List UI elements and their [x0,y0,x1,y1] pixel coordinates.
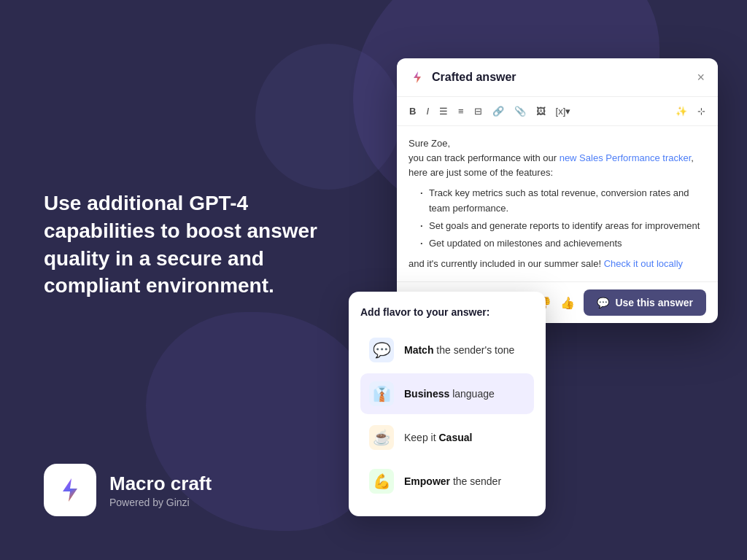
bullet-1: Track key metrics such as total revenue,… [420,186,706,215]
background-blob-3 [255,44,401,190]
flavor-icon-match: 💬 [369,338,394,362]
flavor-label-empower: Empower the sender [404,475,501,487]
editor-toolbar: B I ☰ ≡ ⊟ 🔗 📎 🖼 [x]▾ ✨ ⊹ [397,97,718,126]
toolbar-sparkle[interactable]: ⊹ [694,103,709,120]
flavor-icon-empower: 💪 [369,469,394,494]
toolbar-bold[interactable]: B [406,103,419,120]
card-header-left: Crafted answer [410,70,516,85]
flavor-item-empower[interactable]: 💪 Empower the sender [360,461,534,502]
crafted-answer-card: Crafted answer × B I ☰ ≡ ⊟ 🔗 📎 🖼 [x]▾ ✨ … [397,58,718,323]
flavor-label-match: Match the sender's tone [404,344,514,356]
flavor-item-casual[interactable]: ☕ Keep it Casual [360,417,534,458]
bullet-2: Set goals and generate reports to identi… [420,219,706,233]
use-answer-label: Use this answer [615,297,693,308]
toolbar-ol[interactable]: ≡ [454,103,468,120]
logo-subtitle: Powered by Ginzi [109,497,212,508]
logo-icon [44,464,96,516]
hero-section: Use additional GPT-4 capabilities to boo… [44,190,321,300]
editor-outro: and it's currently included in our summe… [409,257,706,271]
toolbar-variable[interactable]: [x]▾ [552,103,575,120]
toolbar-indent[interactable]: ⊟ [471,103,486,120]
flavor-item-business[interactable]: 👔 Business language [360,373,534,414]
flavor-label-business: Business language [404,388,495,400]
toolbar-link[interactable]: 🔗 [489,103,508,120]
hero-text: Use additional GPT-4 capabilities to boo… [44,190,321,300]
editor-greeting: Sure Zoe, [409,136,706,151]
flavor-item-match-tone[interactable]: 💬 Match the sender's tone [360,330,534,370]
toolbar-magic[interactable]: ✨ [672,103,691,120]
svg-marker-0 [63,478,77,502]
chat-icon: 💬 [597,297,609,308]
bolt-icon [55,475,85,505]
logo-text: Macro craft Powered by Ginzi [109,472,212,508]
toolbar-italic[interactable]: I [422,103,433,120]
flavor-icon-business: 👔 [369,381,394,406]
bullet-3: Get updated on milestones and achievemen… [420,236,706,251]
editor-content: Sure Zoe, you can track performance with… [397,126,718,281]
flavor-icon-casual: ☕ [369,425,394,450]
editor-intro: you can track performance with our new S… [409,151,706,180]
editor-bullets: Track key metrics such as total revenue,… [420,186,706,251]
toolbar-attach[interactable]: 📎 [511,103,530,120]
toolbar-image[interactable]: 🖼 [533,103,549,120]
logo-area: Macro craft Powered by Ginzi [44,464,212,516]
close-button[interactable]: × [697,71,705,84]
card-title: Crafted answer [432,71,516,84]
editor-link-tracker[interactable]: new Sales Performance tracker [560,152,692,163]
card-header: Crafted answer × [397,58,718,97]
use-answer-button[interactable]: 💬 Use this answer [584,289,706,316]
toolbar-ul[interactable]: ☰ [436,103,452,120]
flavor-title: Add flavor to your answer: [360,306,534,318]
flavor-card: Add flavor to your answer: 💬 Match the s… [349,292,546,516]
logo-name: Macro craft [109,472,212,495]
svg-marker-1 [414,71,421,83]
editor-link-checkout[interactable]: Check it out locally [604,258,683,269]
flavor-label-casual: Keep it Casual [404,432,472,443]
thumbup-button[interactable]: 👍 [560,296,575,310]
lightning-icon [410,70,425,85]
